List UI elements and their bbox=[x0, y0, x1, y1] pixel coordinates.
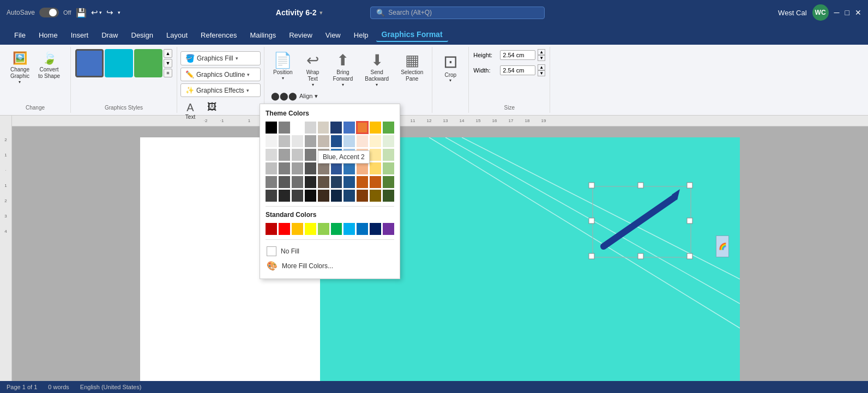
color-cell-2-9[interactable] bbox=[383, 149, 394, 161]
color-cell-5-2[interactable] bbox=[292, 190, 303, 202]
menu-mailings[interactable]: Mailings bbox=[245, 29, 282, 41]
picture-btn[interactable]: 🖼 bbox=[202, 99, 222, 122]
std-color-cell-5[interactable] bbox=[331, 223, 342, 235]
selected-graphic[interactable]: ↻ bbox=[587, 181, 696, 263]
graphics-outline-button[interactable]: ✏️ Graphics Outline ▾ bbox=[180, 68, 261, 81]
color-cell-1-5[interactable] bbox=[331, 135, 342, 147]
side-panel-icon[interactable]: 🌈 bbox=[716, 235, 729, 257]
color-cell-5-5[interactable] bbox=[331, 190, 342, 202]
color-cell-5-0[interactable] bbox=[266, 190, 277, 202]
color-cell-5-6[interactable] bbox=[343, 190, 355, 202]
bring-forward-button[interactable]: ⬆ BringForward ▾ bbox=[328, 49, 359, 89]
color-cell-0-2[interactable] bbox=[292, 122, 303, 134]
color-cell-3-3[interactable] bbox=[305, 162, 316, 174]
color-cell-0-7[interactable] bbox=[357, 122, 368, 134]
color-cell-1-3[interactable] bbox=[305, 135, 316, 147]
color-cell-3-9[interactable] bbox=[383, 162, 394, 174]
no-fill-row[interactable]: No Fill bbox=[266, 244, 394, 258]
change-graphic-button[interactable]: 🖼️ ChangeGraphic ▾ bbox=[7, 49, 33, 87]
color-cell-1-8[interactable] bbox=[370, 135, 381, 147]
position-button[interactable]: 📄 Position ▾ bbox=[268, 49, 298, 83]
color-cell-1-7[interactable] bbox=[357, 135, 368, 147]
undo-icon[interactable]: ↩ bbox=[91, 8, 98, 17]
menu-insert[interactable]: Insert bbox=[65, 29, 94, 41]
width-input[interactable] bbox=[500, 65, 535, 75]
color-cell-0-4[interactable] bbox=[318, 122, 329, 134]
maximize-icon[interactable]: □ bbox=[845, 8, 849, 17]
menu-draw[interactable]: Draw bbox=[96, 29, 123, 41]
std-color-cell-8[interactable] bbox=[370, 223, 381, 235]
graphics-effects-button[interactable]: ✨ Graphics Effects ▾ bbox=[180, 83, 261, 97]
height-up-arrow[interactable]: ▲ bbox=[538, 49, 545, 55]
color-cell-1-2[interactable] bbox=[292, 135, 303, 147]
color-cell-1-6[interactable] bbox=[343, 135, 355, 147]
color-cell-3-8[interactable] bbox=[370, 162, 381, 174]
search-box[interactable]: 🔍 Search (Alt+Q) bbox=[370, 7, 545, 19]
color-cell-3-6[interactable] bbox=[343, 162, 355, 174]
std-color-cell-9[interactable] bbox=[383, 223, 394, 235]
color-cell-5-8[interactable] bbox=[370, 190, 381, 202]
menu-file[interactable]: File bbox=[9, 29, 31, 41]
menu-view[interactable]: View bbox=[320, 29, 346, 41]
graphics-fill-button[interactable]: 🪣 Graphics Fill ▾ bbox=[180, 51, 261, 65]
minimize-icon[interactable]: ─ bbox=[834, 8, 840, 17]
color-cell-4-0[interactable] bbox=[266, 176, 277, 188]
color-cell-0-3[interactable] bbox=[305, 122, 316, 134]
send-backward-button[interactable]: ⬇ SendBackward ▾ bbox=[359, 49, 394, 89]
redo-icon[interactable]: ↪ bbox=[106, 8, 113, 17]
scroll-up-arrow[interactable]: ▲ bbox=[164, 49, 172, 58]
menu-design[interactable]: Design bbox=[126, 29, 159, 41]
style-swatch-1[interactable] bbox=[75, 49, 104, 77]
color-cell-4-9[interactable] bbox=[383, 176, 394, 188]
color-cell-1-1[interactable] bbox=[279, 135, 290, 147]
color-cell-3-7[interactable] bbox=[357, 162, 368, 174]
height-down-arrow[interactable]: ▼ bbox=[538, 55, 545, 61]
color-cell-1-9[interactable] bbox=[383, 135, 394, 147]
more-colors-row[interactable]: 🎨 More Fill Colors... bbox=[266, 258, 394, 273]
width-down-arrow[interactable]: ▼ bbox=[538, 70, 545, 76]
text-button[interactable]: A Text bbox=[180, 99, 200, 122]
std-color-cell-6[interactable] bbox=[343, 223, 355, 235]
crop-button[interactable]: ⊡ Crop ▾ bbox=[437, 49, 464, 85]
std-color-cell-3[interactable] bbox=[305, 223, 316, 235]
scroll-down-arrow[interactable]: ▼ bbox=[164, 59, 172, 68]
scroll-expand-arrow[interactable]: ≡ bbox=[164, 69, 172, 77]
menu-graphics-format[interactable]: Graphics Format bbox=[376, 28, 448, 42]
color-cell-4-6[interactable] bbox=[343, 176, 355, 188]
std-color-cell-0[interactable] bbox=[266, 223, 277, 235]
style-swatch-3[interactable] bbox=[134, 49, 162, 77]
color-cell-5-7[interactable] bbox=[357, 190, 368, 202]
color-cell-3-4[interactable] bbox=[318, 162, 329, 174]
menu-review[interactable]: Review bbox=[284, 29, 318, 41]
quick-access-caret[interactable]: ▾ bbox=[118, 10, 120, 15]
color-cell-2-3[interactable] bbox=[305, 149, 316, 161]
color-cell-0-5[interactable] bbox=[330, 122, 342, 134]
color-cell-1-4[interactable] bbox=[318, 135, 329, 147]
close-icon[interactable]: ✕ bbox=[855, 8, 861, 17]
color-cell-3-0[interactable] bbox=[266, 162, 277, 174]
color-cell-5-3[interactable] bbox=[305, 190, 316, 202]
color-cell-1-0[interactable] bbox=[266, 135, 277, 147]
color-cell-4-4[interactable] bbox=[318, 176, 329, 188]
style-swatch-2[interactable] bbox=[105, 49, 133, 77]
menu-references[interactable]: References bbox=[195, 29, 242, 41]
color-cell-3-2[interactable] bbox=[292, 162, 303, 174]
color-cell-0-0[interactable] bbox=[266, 122, 277, 134]
std-color-cell-1[interactable] bbox=[279, 223, 290, 235]
save-icon[interactable]: 💾 bbox=[76, 8, 87, 18]
color-cell-0-9[interactable] bbox=[383, 122, 394, 134]
color-cell-3-5[interactable] bbox=[331, 162, 342, 174]
color-cell-2-2[interactable] bbox=[292, 149, 303, 161]
color-cell-0-8[interactable] bbox=[370, 122, 381, 134]
autosave-toggle[interactable] bbox=[39, 8, 59, 17]
color-cell-0-1[interactable] bbox=[279, 122, 290, 134]
color-cell-2-1[interactable] bbox=[279, 149, 290, 161]
std-color-cell-2[interactable] bbox=[292, 223, 303, 235]
color-cell-5-1[interactable] bbox=[279, 190, 290, 202]
menu-help[interactable]: Help bbox=[348, 29, 374, 41]
align-button[interactable]: ⬤⬤⬤ Align ▾ bbox=[268, 90, 429, 101]
menu-layout[interactable]: Layout bbox=[161, 29, 193, 41]
wrap-text-button[interactable]: ↩ WrapText ▾ bbox=[299, 49, 327, 89]
color-cell-4-1[interactable] bbox=[279, 176, 290, 188]
color-cell-4-3[interactable] bbox=[305, 176, 316, 188]
